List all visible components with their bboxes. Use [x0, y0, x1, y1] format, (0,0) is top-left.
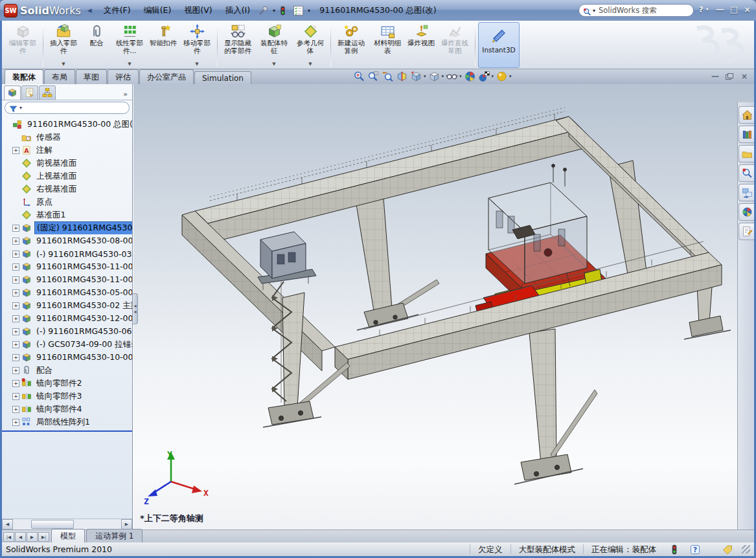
previous-view-icon[interactable]: [382, 71, 394, 82]
selection-list-icon[interactable]: [293, 5, 305, 16]
menu-view[interactable]: 视图(V): [178, 3, 218, 19]
ribbon-button-exploded-view[interactable]: 爆炸视图: [406, 22, 436, 68]
expand-plus-icon[interactable]: +: [12, 315, 19, 322]
task-pane-custom-properties-button[interactable]: [739, 223, 754, 240]
feature-tree-item[interactable]: 上视基准面: [2, 170, 132, 183]
dropdown-caret-icon[interactable]: ▼: [195, 61, 198, 68]
feature-tree-item[interactable]: +911601RMG4530-11-00 大: [2, 260, 132, 273]
expand-plus-icon[interactable]: +: [12, 354, 19, 361]
feature-tree-item[interactable]: +911601RMG4530-12-00 电: [2, 312, 132, 325]
feature-tree-item[interactable]: +(固定) 911601RMG4530-01: [2, 221, 132, 234]
tab-scroll-prev-icon[interactable]: ◀: [15, 532, 26, 542]
feature-tree-item[interactable]: +镜向零部件2: [2, 377, 132, 390]
scroll-track[interactable]: [13, 519, 121, 530]
doc-restore-button[interactable]: [726, 72, 737, 81]
task-pane-sw-search-button[interactable]: [739, 164, 754, 182]
dropdown-caret-icon[interactable]: ▼: [62, 61, 65, 68]
expand-plus-icon[interactable]: +: [12, 328, 19, 335]
selection-list-caret-icon[interactable]: ▾: [308, 8, 310, 14]
menu-file[interactable]: 文件(F): [97, 3, 137, 19]
document-tab-0[interactable]: 模型: [51, 529, 85, 542]
crane-3d-model[interactable]: [133, 84, 754, 530]
view-toolbar-caret-icon[interactable]: ▾: [492, 74, 494, 79]
resize-grip-icon[interactable]: [742, 545, 750, 553]
tab-property-manager[interactable]: [21, 85, 38, 100]
edit-appearance-icon[interactable]: [496, 71, 508, 82]
feature-tree-item[interactable]: +(-) 911601RMG4530-06 小: [2, 325, 132, 338]
tab-scroll-last-icon[interactable]: ▶|: [38, 532, 49, 542]
hide-show-items-icon[interactable]: [446, 71, 458, 82]
view-toolbar-caret-icon[interactable]: ▾: [442, 74, 444, 79]
scroll-left-icon[interactable]: ◀: [2, 519, 13, 530]
status-help-icon[interactable]: ?: [690, 544, 700, 555]
task-pane-sw-resources-button[interactable]: [739, 106, 754, 124]
task-pane-file-explorer-button[interactable]: [739, 145, 754, 162]
panel-chevron-icon[interactable]: »: [120, 90, 130, 100]
menu-collapse-arrow-icon[interactable]: ◀: [87, 7, 92, 14]
feature-tree-item[interactable]: +911601RMG4530-08-00 扶: [2, 234, 132, 247]
expand-plus-icon[interactable]: +: [12, 419, 19, 426]
section-view-icon[interactable]: [396, 71, 408, 82]
minimize-button[interactable]: —: [716, 4, 724, 16]
ribbon-button-motion-study[interactable]: 新建运动算例: [334, 22, 369, 68]
expand-plus-icon[interactable]: +: [12, 251, 19, 258]
feature-tree-item[interactable]: +(-) GCS0734-09-00 拉锚装: [2, 338, 132, 351]
close-button[interactable]: ×: [744, 4, 751, 16]
display-style-icon[interactable]: [428, 71, 441, 82]
feature-tree-item[interactable]: 右视基准面: [2, 183, 132, 195]
command-tab-0[interactable]: 装配体: [5, 69, 43, 84]
menu-edit[interactable]: 编辑(E): [137, 3, 178, 19]
feature-tree-item[interactable]: 前视基准面: [2, 157, 132, 170]
feature-tree-item[interactable]: +镜向零部件3: [2, 390, 132, 403]
ribbon-button-mate[interactable]: 配合: [82, 22, 111, 68]
command-tab-1[interactable]: 布局: [44, 69, 75, 84]
scroll-thumb[interactable]: [31, 520, 74, 529]
maximize-button[interactable]: □: [730, 4, 738, 16]
ribbon-button-linear-pattern[interactable]: 线性零部件...▼: [112, 22, 147, 68]
feature-tree-item[interactable]: 传感器: [2, 131, 132, 144]
help-button[interactable]: ?▾: [698, 4, 710, 16]
expand-plus-icon[interactable]: +: [12, 341, 19, 348]
feature-tree-item[interactable]: +911601RMG4530-05-00 电: [2, 286, 132, 299]
pin-caret-icon[interactable]: ▾: [273, 8, 275, 14]
ribbon-button-reference-geometry[interactable]: 参考几何体▼: [293, 22, 328, 68]
ribbon-button-show-hidden[interactable]: 显示隐藏的零部件: [220, 22, 255, 68]
tab-scroll-next-icon[interactable]: ▶: [27, 532, 38, 542]
apply-scene-icon[interactable]: [464, 71, 476, 82]
ribbon-button-bom[interactable]: 材料明细表: [370, 22, 405, 68]
feature-tree-item[interactable]: +配合: [2, 364, 132, 377]
expand-plus-icon[interactable]: +: [12, 238, 19, 245]
expand-plus-icon[interactable]: +: [12, 147, 19, 154]
feature-tree-item[interactable]: +局部线性阵列1: [2, 416, 132, 429]
menu-insert[interactable]: 插入(I): [219, 3, 257, 19]
dropdown-caret-icon[interactable]: ▼: [308, 61, 312, 68]
tree-filter-input[interactable]: ▾: [5, 102, 130, 114]
doc-minimize-button[interactable]: —: [711, 72, 719, 81]
feature-tree-item[interactable]: +(-) 911601RMG4530-03-00: [2, 247, 132, 260]
panel-splitter-handle[interactable]: ◂◂: [133, 293, 138, 324]
pin-menu-icon[interactable]: [258, 5, 270, 16]
feature-tree-item[interactable]: 原点: [2, 195, 132, 208]
command-tab-3[interactable]: 评估: [108, 69, 139, 84]
feature-tree-item[interactable]: +镜向零部件4: [2, 403, 132, 416]
ribbon-button-instant3d[interactable]: Instant3D: [478, 22, 520, 68]
scroll-right-icon[interactable]: ▶: [121, 519, 132, 530]
expand-plus-icon[interactable]: +: [12, 367, 19, 374]
zoom-area-icon[interactable]: [367, 71, 380, 82]
left-end-girder[interactable]: [182, 211, 335, 371]
tab-scroll-first-icon[interactable]: |◀: [3, 532, 14, 542]
filter-caret-icon[interactable]: ▾: [19, 105, 22, 111]
feature-tree-item[interactable]: +A注解: [2, 144, 132, 157]
feature-tree-item[interactable]: +911601RMG4530-11-00 大: [2, 273, 132, 286]
far-left-leg[interactable]: [356, 198, 439, 330]
view-toolbar-caret-icon[interactable]: ▾: [424, 74, 426, 79]
command-tab-5[interactable]: Simulation: [194, 71, 251, 84]
expand-plus-icon[interactable]: +: [12, 406, 19, 413]
doc-close-button[interactable]: ×: [741, 72, 748, 81]
expand-plus-icon[interactable]: +: [12, 380, 19, 387]
ribbon-button-smart-fasteners[interactable]: 智能扣件: [148, 22, 178, 68]
ribbon-button-insert-component[interactable]: 插入零部件▼: [46, 22, 81, 68]
search-caret-icon[interactable]: ▾: [593, 8, 595, 14]
task-pane-view-palette-button[interactable]: [739, 184, 754, 201]
expand-plus-icon[interactable]: +: [12, 302, 19, 309]
